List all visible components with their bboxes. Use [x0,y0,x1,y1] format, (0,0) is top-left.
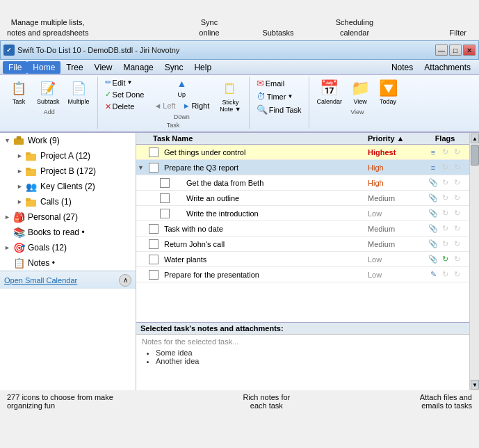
task-priority: Medium [365,240,421,248]
flag-rotate-icon: ↻ [439,162,450,173]
svg-rect-7 [26,198,31,201]
minimize-button[interactable]: — [435,45,448,56]
task-rows: Get things under control Highest ≡ ↻ ↻ ▼… [136,145,469,322]
ribbon-email-button[interactable]: ✉ Email [254,77,305,90]
task-icon: 📋 [9,79,29,98]
sidebar-item-work[interactable]: ▼ Work (9) [0,133,136,148]
ribbon-group-add: 📋 Task 📝 Subtask 📄 Multiple Add [3,77,98,129]
task-checkbox[interactable] [149,163,159,173]
task-checkbox[interactable] [160,193,170,203]
filter-icon: 🔽 [378,79,398,98]
sidebar-item-notes[interactable]: 📋 Notes • [0,255,136,271]
sidebar-item-project-a[interactable]: ► Project A (12) [0,148,136,163]
scroll-track [470,166,479,379]
task-name: Get the data from Beth [172,179,365,187]
flag-note-icon: ≡ [428,147,439,158]
project-a-label: Project A (12) [40,151,133,161]
task-checkbox[interactable] [149,270,159,280]
task-area: Task Name Priority ▲ Flags Get things un… [136,133,469,390]
ribbon-findtask-button[interactable]: 🔍 Find Task [254,103,305,116]
ribbon-setdone-button[interactable]: ✓ Set Done [102,88,147,100]
ribbon-view-button[interactable]: 📁 View [347,77,373,107]
menu-view[interactable]: View [89,61,118,74]
menu-file[interactable]: File [3,61,27,74]
ribbon-task-button[interactable]: 📋 Task [6,77,32,107]
task-row[interactable]: Prepare for the presentation Low ✎ ↻ ↻ [136,267,469,282]
task-checkbox[interactable] [149,239,159,249]
calendar-expand-button[interactable]: ∧ [119,274,131,287]
ribbon-multiple-button[interactable]: 📄 Multiple [65,77,93,107]
sidebar-item-key-clients[interactable]: ► 👥 Key Clients (2) [0,179,136,194]
ribbon-timer-button[interactable]: ⏱ Timer ▼ [254,90,305,103]
task-checkbox[interactable] [149,255,159,264]
task-row[interactable]: Return John's call Medium 📎 ↻ ↻ [136,237,469,252]
task-row[interactable]: ▼ Prepare the Q3 report High ≡ ↻ ↻ [136,160,469,175]
menu-home[interactable]: Home [27,61,60,74]
goals-label: Goals (12) [28,243,133,253]
scroll-up-button[interactable]: ▲ [471,134,479,143]
sidebar-item-personal[interactable]: ► 🎒 Personal (27) [0,209,136,225]
menu-help[interactable]: Help [188,61,217,74]
scroll-thumb[interactable] [471,145,479,166]
main-area: ▼ Work (9) ► Project A (12) ► [0,133,479,390]
task-checkbox[interactable] [160,209,170,218]
task-row[interactable]: Get the data from Beth High 📎 ↻ ↻ [136,175,469,191]
annotation-subtasks: Subtasks [250,28,306,38]
task-row[interactable]: Get things under control Highest ≡ ↻ ↻ [136,145,469,160]
task-checkbox[interactable] [149,147,159,157]
ribbon-stickynote-button[interactable]: 🗒 Sticky Note ▼ [216,77,244,115]
ribbon-left-button[interactable]: ◄ Left [151,100,178,111]
flag-extra-icon: ↻ [451,223,462,234]
task-row[interactable]: Write an outline Medium 📎 ↻ ↻ [136,191,469,206]
ribbon-subtask-button[interactable]: 📝 Subtask [33,77,63,107]
calendar-bar: Open Small Calendar ∧ [0,271,136,289]
flag-edit-icon: ✎ [428,269,439,280]
sidebar-item-project-b[interactable]: ► Project B (172) [0,163,136,179]
task-priority: Highest [365,148,421,157]
scrollbar-right[interactable]: ▲ ▼ [469,133,479,390]
flag-clip-icon: 📎 [428,208,439,219]
task-flags: ✎ ↻ ↻ [421,269,469,280]
calls-label: Calls (1) [40,197,133,207]
ribbon-right-button[interactable]: ► Right [180,100,213,111]
close-button[interactable]: ✕ [463,45,476,56]
sidebar-item-calls[interactable]: ► Calls (1) [0,194,136,209]
task-checkbox[interactable] [149,224,159,234]
task-checkbox[interactable] [160,178,170,188]
open-calendar-link[interactable]: Open Small Calendar [4,276,77,285]
menu-sync[interactable]: Sync [159,61,189,74]
task-name: Water plants [161,255,365,264]
up-arrow-icon: ▲ [177,78,186,89]
menu-manage[interactable]: Manage [117,61,159,74]
ribbon-delete-button[interactable]: ✕ Delete [102,101,147,113]
menu-notes[interactable]: Notes [386,61,419,74]
svg-rect-3 [26,152,31,155]
ribbon-uplabel-button[interactable]: Up [172,90,191,99]
timer-icon: ⏱ [257,91,266,102]
task-row[interactable]: Water plants Low 📎 ↻ ↻ [136,252,469,267]
task-row[interactable]: Write the introduction Low 📎 ↻ ↻ [136,206,469,221]
sidebar-item-goals[interactable]: ► 🎯 Goals (12) [0,240,136,255]
scroll-down-button[interactable]: ▼ [471,380,479,390]
top-annotation-bar: Manage multiple lists,notes and spreadsh… [0,0,479,40]
ribbon-group-email: ✉ Email ⏱ Timer ▼ 🔍 Find Task [251,77,309,129]
setdone-icon: ✓ [105,90,111,99]
edit-icon: ✏ [105,78,111,87]
task-row[interactable]: Task with no date Medium 📎 ↻ ↻ [136,221,469,237]
col-task-name: Task Name [136,134,365,143]
maximize-button[interactable]: □ [449,45,462,56]
ribbon-edit-button[interactable]: ✏ Edit ▼ [102,77,147,88]
notes-section: Selected task's notes and attachments: N… [136,322,469,390]
ribbon-today-button[interactable]: 🔽 Today [375,77,401,107]
ribbon-group-task: ✏ Edit ▼ ✓ Set Done ✕ Delete ▲ [99,77,250,129]
menu-tree[interactable]: Tree [60,61,88,74]
add-group-label: Add [6,109,93,115]
flag-rotate-icon: ↻ [439,177,450,189]
ribbon-up-button[interactable]: ▲ [170,77,193,90]
sidebar-item-books[interactable]: 📚 Books to read • [0,225,136,240]
menu-attachments[interactable]: Attachments [419,61,476,74]
ribbon-calendar-button[interactable]: 📅 Calendar [314,77,346,107]
expand-icon: ▼ [136,164,146,171]
stickynote-icon: 🗒 [220,79,240,99]
task-flags: 📎 ↻ ↻ [421,239,469,250]
